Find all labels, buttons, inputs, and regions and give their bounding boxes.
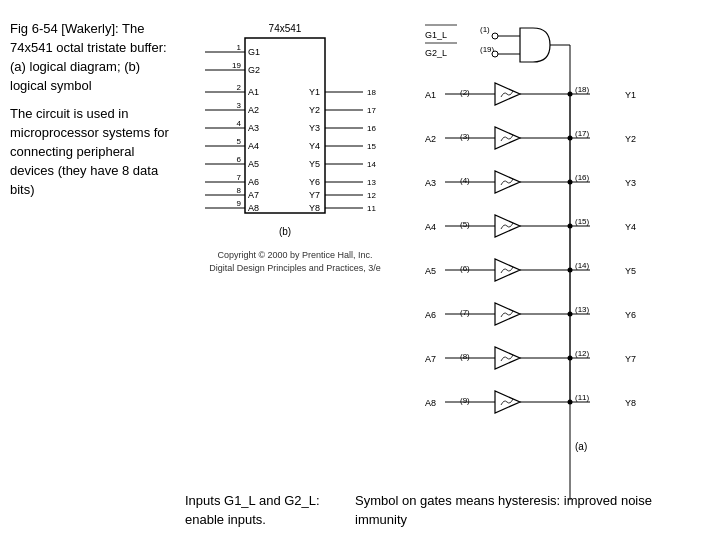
svg-text:14: 14: [367, 160, 376, 169]
svg-text:(7): (7): [460, 308, 470, 317]
svg-text:1: 1: [237, 43, 242, 52]
svg-point-134: [568, 268, 573, 273]
svg-text:(6): (6): [460, 264, 470, 273]
svg-text:Y8: Y8: [309, 203, 320, 213]
logic-symbol-diagram: G1_L (1) G2_L (19) A1 (2) (18) Y1: [415, 10, 710, 520]
left-panel: Fig 6-54 [Wakerly]: The 74x541 octal tri…: [10, 20, 180, 210]
svg-text:16: 16: [367, 124, 376, 133]
svg-text:(8): (8): [460, 352, 470, 361]
inputs-note: Inputs G1_L and G2_L: enable inputs.: [185, 492, 335, 530]
right-panel: G1_L (1) G2_L (19) A1 (2) (18) Y1: [415, 10, 710, 523]
svg-text:(3): (3): [460, 132, 470, 141]
svg-text:(b): (b): [279, 226, 291, 237]
inputs-description: Inputs G1_L and G2_L: enable inputs.: [185, 493, 320, 527]
svg-text:(2): (2): [460, 88, 470, 97]
svg-text:18: 18: [367, 88, 376, 97]
svg-text:(5): (5): [460, 220, 470, 229]
svg-text:G2: G2: [248, 65, 260, 75]
bottom-note: Inputs G1_L and G2_L: enable inputs. Sym…: [185, 492, 665, 530]
svg-text:15: 15: [367, 142, 376, 151]
svg-text:(9): (9): [460, 396, 470, 405]
svg-text:6: 6: [237, 155, 242, 164]
svg-text:74x541: 74x541: [269, 23, 302, 34]
circuit-description: The circuit is used in microprocessor sy…: [10, 105, 180, 199]
svg-text:A6: A6: [248, 177, 259, 187]
svg-text:(15): (15): [575, 217, 590, 226]
svg-text:7: 7: [237, 173, 242, 182]
svg-text:17: 17: [367, 106, 376, 115]
svg-text:(17): (17): [575, 129, 590, 138]
svg-text:A1: A1: [248, 87, 259, 97]
svg-point-136: [568, 356, 573, 361]
svg-text:5: 5: [237, 137, 242, 146]
svg-text:Y2: Y2: [309, 105, 320, 115]
svg-text:Y2: Y2: [625, 134, 636, 144]
symbol-description: Symbol on gates means hysteresis: improv…: [355, 493, 652, 527]
svg-text:9: 9: [237, 199, 242, 208]
svg-point-133: [568, 224, 573, 229]
svg-text:A4: A4: [425, 222, 436, 232]
svg-text:12: 12: [367, 191, 376, 200]
svg-text:A6: A6: [425, 310, 436, 320]
svg-point-66: [492, 51, 498, 57]
svg-text:Y7: Y7: [625, 354, 636, 364]
ic-diagram: 74x541 1 G1 19 G2 2 A1 3 A2 4 A3 5 A4 6 …: [185, 20, 385, 240]
svg-point-61: [492, 33, 498, 39]
svg-text:Y5: Y5: [625, 266, 636, 276]
svg-point-131: [568, 136, 573, 141]
fig-caption: Fig 6-54 [Wakerly]: The 74x541 octal tri…: [10, 20, 180, 95]
svg-text:Y1: Y1: [625, 90, 636, 100]
svg-text:A5: A5: [425, 266, 436, 276]
svg-text:A2: A2: [248, 105, 259, 115]
svg-text:Y4: Y4: [625, 222, 636, 232]
svg-text:A8: A8: [248, 203, 259, 213]
svg-text:A2: A2: [425, 134, 436, 144]
svg-text:A7: A7: [425, 354, 436, 364]
svg-point-135: [568, 312, 573, 317]
svg-text:4: 4: [237, 119, 242, 128]
svg-text:G2_L: G2_L: [425, 48, 447, 58]
svg-text:3: 3: [237, 101, 242, 110]
svg-text:A4: A4: [248, 141, 259, 151]
center-panel: 74x541 1 G1 19 G2 2 A1 3 A2 4 A3 5 A4 6 …: [185, 20, 405, 274]
svg-text:Y3: Y3: [625, 178, 636, 188]
symbol-note: Symbol on gates means hysteresis: improv…: [355, 492, 665, 530]
svg-text:(18): (18): [575, 85, 590, 94]
svg-text:13: 13: [367, 178, 376, 187]
copyright-text: Copyright © 2000 by Prentice Hall, Inc. …: [185, 249, 405, 274]
svg-point-137: [568, 400, 573, 405]
svg-text:2: 2: [237, 83, 242, 92]
svg-text:(13): (13): [575, 305, 590, 314]
svg-text:A1: A1: [425, 90, 436, 100]
svg-text:A8: A8: [425, 398, 436, 408]
svg-text:(a): (a): [575, 441, 587, 452]
svg-text:(11): (11): [575, 393, 590, 402]
svg-text:G1: G1: [248, 47, 260, 57]
svg-text:Y4: Y4: [309, 141, 320, 151]
svg-text:(14): (14): [575, 261, 590, 270]
svg-text:8: 8: [237, 186, 242, 195]
svg-text:A5: A5: [248, 159, 259, 169]
svg-text:11: 11: [367, 204, 376, 213]
svg-text:A3: A3: [248, 123, 259, 133]
svg-text:Y8: Y8: [625, 398, 636, 408]
svg-text:(16): (16): [575, 173, 590, 182]
svg-text:Y7: Y7: [309, 190, 320, 200]
svg-point-132: [568, 180, 573, 185]
svg-text:Y6: Y6: [309, 177, 320, 187]
svg-text:(1): (1): [480, 25, 490, 34]
svg-text:19: 19: [232, 61, 241, 70]
svg-text:A7: A7: [248, 190, 259, 200]
svg-text:(12): (12): [575, 349, 590, 358]
svg-text:(4): (4): [460, 176, 470, 185]
svg-point-130: [568, 92, 573, 97]
svg-text:G1_L: G1_L: [425, 30, 447, 40]
svg-text:Y3: Y3: [309, 123, 320, 133]
svg-text:Y6: Y6: [625, 310, 636, 320]
svg-text:A3: A3: [425, 178, 436, 188]
svg-text:Y5: Y5: [309, 159, 320, 169]
svg-text:Y1: Y1: [309, 87, 320, 97]
